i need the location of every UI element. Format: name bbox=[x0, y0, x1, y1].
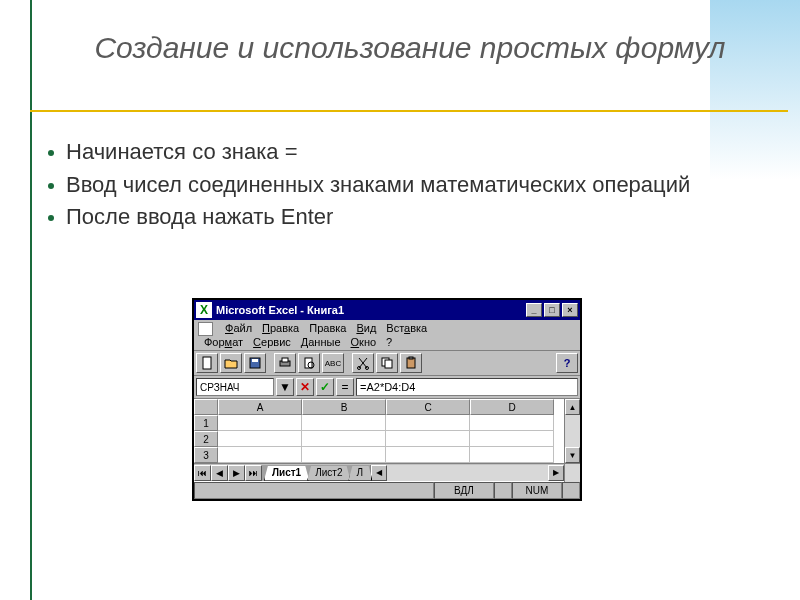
status-message bbox=[194, 482, 434, 499]
menu-tools[interactable]: Сервис bbox=[253, 336, 291, 348]
bullet-item: После ввода нажать Enter bbox=[48, 203, 760, 232]
select-all-corner[interactable] bbox=[194, 399, 218, 415]
horizontal-scrollbar[interactable]: ◀ ▶ bbox=[370, 465, 564, 481]
svg-rect-12 bbox=[409, 357, 413, 359]
help-button[interactable]: ? bbox=[556, 353, 578, 373]
cells-area[interactable] bbox=[218, 415, 554, 463]
menu-window[interactable]: Окно bbox=[351, 336, 377, 348]
bullet-dot-icon bbox=[48, 183, 54, 189]
formula-input[interactable]: =A2*D4:D4 bbox=[356, 378, 578, 396]
menubar: Файл Правка Правка Вид Вставка Формат Се… bbox=[194, 320, 580, 351]
bullet-list: Начинается со знака = Ввод чисел соедине… bbox=[48, 138, 760, 236]
column-header[interactable]: B bbox=[302, 399, 386, 415]
tab-nav-last-icon[interactable]: ⏭ bbox=[245, 465, 262, 481]
namebox-dropdown-icon[interactable]: ▼ bbox=[276, 378, 294, 396]
confirm-formula-button[interactable]: ✓ bbox=[316, 378, 334, 396]
menu-edit[interactable]: Правка bbox=[262, 322, 299, 336]
cut-button[interactable] bbox=[352, 353, 374, 373]
open-button[interactable] bbox=[220, 353, 242, 373]
scroll-left-icon[interactable]: ◀ bbox=[371, 465, 387, 481]
bullet-text: Начинается со знака = bbox=[66, 138, 298, 167]
sheet-tab-bar: ⏮ ◀ ▶ ⏭ Лист1 Лист2 Л ◀ ▶ bbox=[194, 463, 580, 481]
excel-window: X Microsoft Excel - Книга1 _ □ × Файл Пр… bbox=[192, 298, 582, 501]
column-header[interactable]: D bbox=[470, 399, 554, 415]
sheet-tab[interactable]: Лист2 bbox=[307, 466, 350, 481]
svg-rect-2 bbox=[252, 359, 258, 362]
menu-format[interactable]: Формат bbox=[204, 336, 243, 348]
titlebar[interactable]: X Microsoft Excel - Книга1 _ □ × bbox=[194, 300, 580, 320]
menu-data[interactable]: Данные bbox=[301, 336, 341, 348]
column-headers: A B C D bbox=[194, 399, 564, 415]
menu-file[interactable]: Файл bbox=[225, 322, 252, 336]
new-button[interactable] bbox=[196, 353, 218, 373]
copy-button[interactable] bbox=[376, 353, 398, 373]
status-mode: ВДЛ bbox=[434, 482, 494, 499]
slide-title: Создание и использование простых формул bbox=[60, 30, 760, 66]
svg-rect-0 bbox=[203, 357, 211, 369]
tab-nav-next-icon[interactable]: ▶ bbox=[228, 465, 245, 481]
row-header[interactable]: 3 bbox=[194, 447, 218, 463]
row-header[interactable]: 1 bbox=[194, 415, 218, 431]
bullet-item: Ввод чисел соединенных знаками математич… bbox=[48, 171, 760, 200]
left-vertical-rule bbox=[30, 0, 32, 600]
paste-button[interactable] bbox=[400, 353, 422, 373]
column-header[interactable]: A bbox=[218, 399, 302, 415]
scroll-up-icon[interactable]: ▲ bbox=[565, 399, 580, 415]
save-button[interactable] bbox=[244, 353, 266, 373]
vertical-scrollbar[interactable]: ▲ ▼ bbox=[564, 399, 580, 463]
svg-rect-10 bbox=[385, 360, 392, 368]
cancel-formula-button[interactable]: ✕ bbox=[296, 378, 314, 396]
sheet-tab[interactable]: Лист1 bbox=[264, 466, 309, 481]
print-button[interactable] bbox=[274, 353, 296, 373]
tab-nav-first-icon[interactable]: ⏮ bbox=[194, 465, 211, 481]
name-box[interactable]: СРЗНАЧ bbox=[196, 378, 274, 396]
spreadsheet-grid: A B C D 1 2 3 ▲ ▼ bbox=[194, 399, 580, 463]
bullet-text: После ввода нажать Enter bbox=[66, 203, 333, 232]
toolbar: ABC ? bbox=[194, 351, 580, 376]
tab-nav-prev-icon[interactable]: ◀ bbox=[211, 465, 228, 481]
close-button[interactable]: × bbox=[562, 303, 578, 317]
bullet-text: Ввод чисел соединенных знаками математич… bbox=[66, 171, 690, 200]
bullet-item: Начинается со знака = bbox=[48, 138, 760, 167]
spelling-button[interactable]: ABC bbox=[322, 353, 344, 373]
row-headers: 1 2 3 bbox=[194, 415, 218, 463]
menu-help[interactable]: ? bbox=[386, 336, 392, 348]
bullet-dot-icon bbox=[48, 215, 54, 221]
scroll-down-icon[interactable]: ▼ bbox=[565, 447, 580, 463]
title-underline bbox=[30, 110, 788, 112]
scroll-right-icon[interactable]: ▶ bbox=[548, 465, 564, 481]
excel-app-icon[interactable]: X bbox=[196, 302, 212, 318]
menu-view[interactable]: Вид bbox=[356, 322, 376, 336]
document-icon[interactable] bbox=[198, 322, 213, 336]
status-num: NUM bbox=[512, 482, 562, 499]
menu-insert[interactable]: Вставка bbox=[386, 322, 427, 336]
statusbar: ВДЛ NUM bbox=[194, 481, 580, 499]
maximize-button[interactable]: □ bbox=[544, 303, 560, 317]
menu-edit2[interactable]: Правка bbox=[309, 322, 346, 336]
minimize-button[interactable]: _ bbox=[526, 303, 542, 317]
window-title: Microsoft Excel - Книга1 bbox=[216, 304, 344, 316]
svg-rect-4 bbox=[282, 358, 288, 362]
sheet-tab[interactable]: Л bbox=[348, 466, 372, 481]
column-header[interactable]: C bbox=[386, 399, 470, 415]
equals-button[interactable]: = bbox=[336, 378, 354, 396]
formula-bar: СРЗНАЧ ▼ ✕ ✓ = =A2*D4:D4 bbox=[194, 376, 580, 399]
row-header[interactable]: 2 bbox=[194, 431, 218, 447]
preview-button[interactable] bbox=[298, 353, 320, 373]
bullet-dot-icon bbox=[48, 150, 54, 156]
